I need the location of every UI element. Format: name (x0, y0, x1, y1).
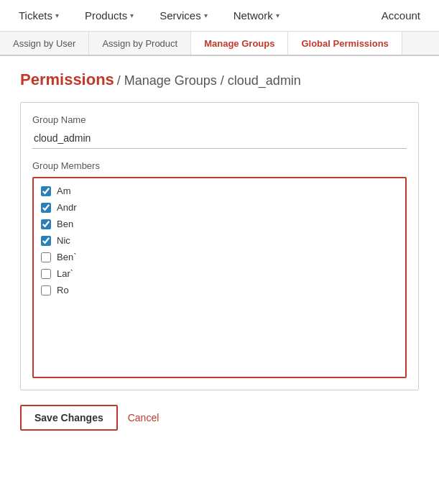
subnav-assign-by-user[interactable]: Assign by User (0, 32, 89, 55)
member-nic-checkbox[interactable] (41, 236, 51, 246)
nav-products[interactable]: Products ▾ (72, 0, 147, 31)
nav-network[interactable]: Network ▾ (221, 0, 292, 31)
member-ben2-checkbox[interactable] (41, 252, 51, 262)
list-item[interactable]: Ben (37, 216, 402, 232)
subnav-assign-by-user-label: Assign by User (13, 38, 75, 49)
nav-tickets-label: Tickets (19, 9, 52, 22)
nav-network-label: Network (234, 9, 273, 22)
subnav-manage-groups[interactable]: Manage Groups (191, 32, 288, 55)
member-lar-checkbox[interactable] (41, 269, 51, 279)
list-item[interactable]: Andr (37, 199, 402, 216)
cancel-button[interactable]: Cancel (128, 409, 160, 426)
nav-services-label: Services (160, 9, 201, 22)
group-members-label: Group Members (32, 160, 407, 171)
member-andr-name: Andr (57, 202, 76, 213)
subnav-global-permissions-label: Global Permissions (301, 38, 388, 49)
sub-navigation: Assign by User Assign by Product Manage … (0, 32, 439, 56)
member-lar-name: Lar` (57, 268, 73, 279)
list-item[interactable]: Ben` (37, 249, 402, 265)
footer-buttons: Save Changes Cancel (20, 405, 419, 445)
subnav-assign-by-product-label: Assign by Product (102, 38, 177, 49)
list-item[interactable]: Am (37, 183, 402, 199)
member-am-name: Am (57, 185, 71, 196)
member-ben1-name: Ben (57, 219, 73, 229)
subnav-manage-groups-label: Manage Groups (204, 38, 274, 49)
group-name-label: Group Name (32, 114, 407, 125)
nav-network-chevron: ▾ (276, 12, 279, 19)
form-section: Group Name Group Members Am Andr Ben Nic (20, 102, 419, 390)
main-content: Permissions / Manage Groups / cloud_admi… (0, 56, 439, 459)
nav-tickets-chevron: ▾ (55, 12, 59, 19)
group-name-input[interactable] (32, 128, 407, 149)
subnav-global-permissions[interactable]: Global Permissions (288, 32, 402, 55)
nav-services[interactable]: Services ▾ (147, 0, 221, 31)
nav-account-label: Account (382, 9, 420, 22)
member-ben1-checkbox[interactable] (41, 219, 51, 229)
member-ro-checkbox[interactable] (41, 285, 51, 295)
list-item[interactable]: Nic (37, 232, 402, 249)
member-am-checkbox[interactable] (41, 186, 51, 196)
breadcrumb: Permissions / Manage Groups / cloud_admi… (20, 70, 419, 89)
member-ro-name: Ro (57, 285, 69, 295)
save-changes-button[interactable]: Save Changes (20, 405, 118, 431)
list-item[interactable]: Lar` (37, 265, 402, 282)
nav-services-chevron: ▾ (204, 12, 208, 19)
nav-products-label: Products (85, 9, 127, 22)
top-navigation: Tickets ▾ Products ▾ Services ▾ Network … (0, 0, 439, 32)
subnav-assign-by-product[interactable]: Assign by Product (89, 32, 191, 55)
member-nic-name: Nic (57, 235, 70, 246)
member-ben2-name: Ben` (57, 252, 76, 262)
breadcrumb-path: / Manage Groups / cloud_admin (117, 73, 301, 88)
member-andr-checkbox[interactable] (41, 203, 51, 213)
nav-products-chevron: ▾ (130, 12, 134, 19)
list-item[interactable]: Ro (37, 282, 402, 298)
page-title: Permissions (20, 70, 114, 88)
members-list: Am Andr Ben Nic Ben` Lar` (32, 177, 407, 378)
nav-tickets[interactable]: Tickets ▾ (6, 0, 72, 31)
nav-account[interactable]: Account (369, 0, 433, 31)
